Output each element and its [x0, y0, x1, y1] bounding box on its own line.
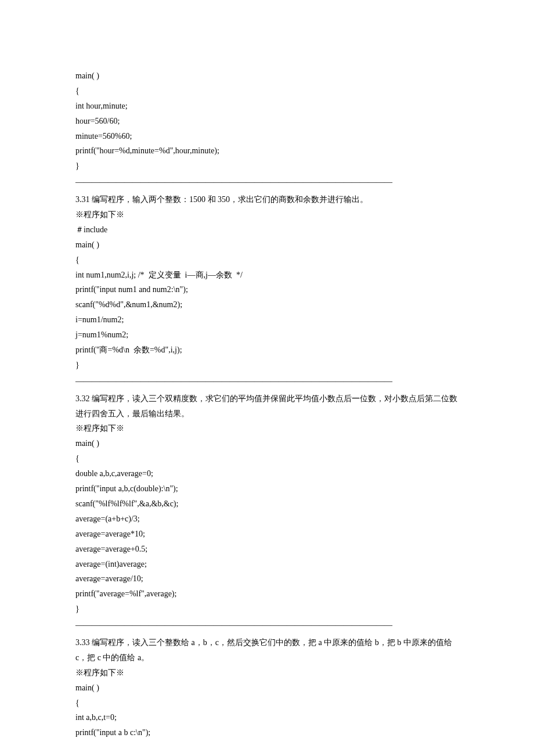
code-line: main( ) — [75, 237, 459, 253]
code-line: printf("hour=%d,minute=%d",hour,minute); — [75, 143, 459, 159]
code-line: average=average+0.5; — [75, 542, 459, 557]
problem-statement: 3.32 编写程序，读入三个双精度数，求它们的平均值并保留此平均值小数点后一位数… — [75, 391, 459, 422]
code-line: printf("average=%lf",average); — [75, 586, 459, 602]
code-line: average=average*10; — [75, 527, 459, 542]
code-line: { — [75, 84, 459, 99]
code-line: ＃include — [75, 222, 459, 237]
code-line: printf("input num1 and num2:\n"); — [75, 282, 459, 297]
code-line: j=num1%num2; — [75, 327, 459, 343]
code-line: average=average/10; — [75, 571, 459, 586]
code-line: { — [75, 696, 459, 711]
program-label: ※程序如下※ — [75, 207, 459, 222]
code-line: scanf("%lf%lf%lf",&a,&b,&c); — [75, 496, 459, 512]
divider-line: ——————————————————————————————————————— — [75, 174, 459, 192]
code-line: average=(a+b+c)/3; — [75, 512, 459, 527]
program-label: ※程序如下※ — [75, 421, 459, 436]
code-line: minute=560%60; — [75, 129, 459, 144]
divider-line: ——————————————————————————————————————— — [75, 617, 459, 635]
code-line: int num1,num2,i,j; /* 定义变量 i—商,j—余数 */ — [75, 268, 459, 283]
document-page: main( ) { int hour,minute; hour=560/60; … — [0, 0, 534, 756]
code-line: average=(int)average; — [75, 557, 459, 572]
problem-statement: 3.33 编写程序，读入三个整数给 a，b，c，然后交换它们中的数，把 a 中原… — [75, 635, 459, 665]
code-line: { — [75, 253, 459, 268]
code-line: main( ) — [75, 681, 459, 696]
code-line: } — [75, 159, 459, 174]
program-label: ※程序如下※ — [75, 665, 459, 681]
code-line: int hour,minute; — [75, 99, 459, 114]
code-line: int a,b,c,t=0; — [75, 710, 459, 725]
code-line: main( ) — [75, 69, 459, 84]
divider-line: ——————————————————————————————————————— — [75, 373, 459, 391]
code-line: printf("input a,b,c(double):\n"); — [75, 481, 459, 496]
code-line: { — [75, 451, 459, 466]
code-line: scanf("%d%d",&num1,&num2); — [75, 297, 459, 312]
code-line: main( ) — [75, 436, 459, 451]
code-line: i=num1/num2; — [75, 312, 459, 327]
problem-statement: 3.31 编写程序，输入两个整数：1500 和 350，求出它们的商数和余数并进… — [75, 192, 459, 207]
code-line: double a,b,c,average=0; — [75, 466, 459, 481]
code-line: hour=560/60; — [75, 114, 459, 129]
code-line: } — [75, 358, 459, 373]
code-line: } — [75, 602, 459, 617]
code-line: printf("input a b c:\n"); — [75, 725, 459, 740]
code-line: printf("商=%d\n 余数=%d",i,j); — [75, 343, 459, 358]
